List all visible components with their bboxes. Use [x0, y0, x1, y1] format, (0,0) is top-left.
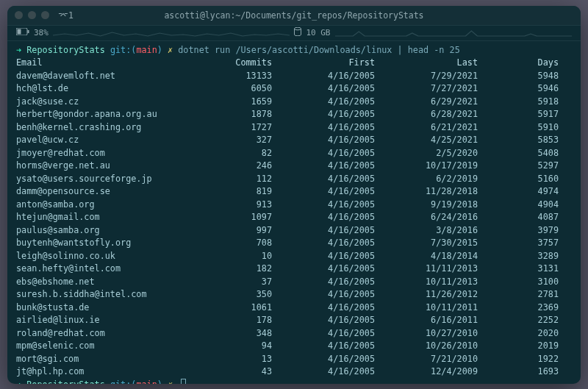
- table-row: airlied@linux.ie1784/16/20056/16/2011225…: [16, 314, 572, 327]
- table-row: suresh.b.siddha@intel.com3504/16/200511/…: [16, 288, 572, 301]
- cell-last: 10/26/2010: [375, 340, 478, 353]
- cell-email: bunk@stusta.de: [16, 301, 191, 315]
- cell-commits: 246: [191, 160, 272, 173]
- cell-days: 3289: [478, 250, 559, 263]
- git-close: ): [157, 45, 162, 55]
- cell-first: 4/16/2005: [272, 353, 375, 366]
- cell-first: 4/16/2005: [272, 211, 375, 224]
- table-row: mpm@selenic.com944/16/200510/26/20102019: [16, 340, 572, 353]
- cell-first: 4/16/2005: [272, 288, 375, 301]
- header-first: First: [272, 57, 375, 70]
- cell-email: leigh@solinno.co.uk: [16, 250, 191, 263]
- cell-first: 4/16/2005: [272, 199, 375, 212]
- table-row: anton@samba.org9134/16/20059/19/20184904: [16, 199, 572, 212]
- cell-commits: 13: [191, 353, 272, 366]
- table-row: mort@sgi.com134/16/20057/21/20101922: [16, 353, 572, 366]
- cell-email: mort@sgi.com: [16, 353, 191, 366]
- cell-last: 7/30/2015: [375, 237, 478, 250]
- close-icon[interactable]: [15, 11, 23, 19]
- cell-commits: 819: [191, 185, 272, 199]
- cell-last: 12/4/2009: [375, 365, 478, 379]
- table-row: herbert@gondor.apana.org.au18784/16/2005…: [16, 108, 572, 121]
- table-row: jt@hpl.hp.com434/16/200512/4/20091693: [16, 365, 572, 379]
- table-row: damm@opensource.se8194/16/200511/28/2018…: [16, 185, 572, 199]
- minimize-icon[interactable]: [28, 11, 36, 19]
- table-row: ysato@users.sourceforge.jp1124/16/20056/…: [16, 173, 572, 186]
- cell-commits: 182: [191, 263, 272, 276]
- cell-first: 4/16/2005: [272, 121, 375, 135]
- cell-commits: 913: [191, 199, 272, 212]
- cell-email: ysato@users.sourceforge.jp: [16, 173, 191, 186]
- dirty-icon: ✗: [168, 45, 173, 55]
- cell-email: herbert@gondor.apana.org.au: [16, 108, 191, 121]
- cell-last: 11/11/2013: [375, 263, 478, 276]
- table-row: sean.hefty@intel.com1824/16/200511/11/20…: [16, 263, 572, 276]
- cell-days: 2019: [478, 340, 559, 353]
- cell-days: 5853: [478, 134, 559, 147]
- svg-rect-2: [28, 30, 29, 33]
- cell-first: 4/16/2005: [272, 237, 375, 250]
- table-row: roland@redhat.com3484/16/200510/27/20102…: [16, 327, 572, 340]
- cell-commits: 37: [191, 276, 272, 289]
- cell-email: benh@kernel.crashing.org: [16, 121, 191, 135]
- cell-last: 2/5/2020: [375, 147, 478, 160]
- cell-email: ebs@ebshome.net: [16, 276, 191, 289]
- cell-email: buytenh@wantstofly.org: [16, 237, 191, 250]
- table-row: horms@verge.net.au2464/16/200510/17/2019…: [16, 160, 572, 173]
- cell-first: 4/16/2005: [272, 134, 375, 147]
- cell-first: 4/16/2005: [272, 108, 375, 121]
- cell-first: 4/16/2005: [272, 276, 375, 289]
- header-days: Days: [478, 57, 559, 70]
- cell-last: 10/11/2011: [375, 301, 478, 315]
- cell-first: 4/16/2005: [272, 185, 375, 199]
- cell-days: 2781: [478, 288, 559, 301]
- prompt-line-2: ➜ RepositoryStats git:(main) ✗: [16, 379, 572, 384]
- cell-email: horms@verge.net.au: [16, 160, 191, 173]
- terminal-content[interactable]: ➜ RepositoryStats git:(main) ✗ dotnet ru…: [7, 41, 581, 384]
- cell-email: airlied@linux.ie: [16, 314, 191, 327]
- cell-commits: 112: [191, 173, 272, 186]
- cell-days: 4904: [478, 199, 559, 212]
- cell-email: htejun@gmail.com: [16, 211, 191, 224]
- tab-indicator: ⌤1: [58, 10, 74, 21]
- cell-days: 1922: [478, 353, 559, 366]
- cell-last: 6/28/2021: [375, 108, 478, 121]
- prompt-dir: RepositoryStats: [26, 45, 105, 55]
- cell-commits: 1878: [191, 108, 272, 121]
- disk-icon: [294, 27, 301, 38]
- cell-first: 4/16/2005: [272, 160, 375, 173]
- zoom-icon[interactable]: [41, 11, 49, 19]
- cell-days: 1693: [478, 365, 559, 379]
- cell-commits: 6050: [191, 82, 272, 96]
- table-header: Email Commits First Last Days: [16, 57, 572, 70]
- cell-email: pavel@ucw.cz: [16, 134, 191, 147]
- cpu-sparkline: [53, 29, 290, 38]
- cell-days: 5408: [478, 147, 559, 160]
- cell-days: 3131: [478, 263, 559, 276]
- cell-last: 7/21/2010: [375, 353, 478, 366]
- window-title: ascotti@lycan:~/Documents/git_repos/Repo…: [7, 10, 581, 21]
- header-last: Last: [375, 57, 478, 70]
- cell-email: paulus@samba.org: [16, 224, 191, 238]
- cell-days: 4087: [478, 211, 559, 224]
- cell-last: 7/29/2021: [375, 70, 478, 83]
- cell-days: 3757: [478, 237, 559, 250]
- cell-days: 5160: [478, 173, 559, 186]
- cell-commits: 350: [191, 288, 272, 301]
- table-row: leigh@solinno.co.uk104/16/20054/18/20143…: [16, 250, 572, 263]
- battery-icon: [16, 28, 29, 38]
- cell-first: 4/16/2005: [272, 365, 375, 379]
- cursor-icon[interactable]: [181, 379, 186, 384]
- cell-first: 4/16/2005: [272, 173, 375, 186]
- cell-email: davem@davemloft.net: [16, 70, 191, 83]
- cell-days: 5946: [478, 82, 559, 96]
- cell-days: 5917: [478, 108, 559, 121]
- cell-last: 3/8/2016: [375, 224, 478, 238]
- table-row: davem@davemloft.net131334/16/20057/29/20…: [16, 70, 572, 83]
- traffic-lights[interactable]: [15, 11, 49, 19]
- cell-email: jmoyer@redhat.com: [16, 147, 191, 160]
- cell-commits: 43: [191, 365, 272, 379]
- cell-last: 10/27/2010: [375, 327, 478, 340]
- titlebar: ⌤1 ascotti@lycan:~/Documents/git_repos/R…: [7, 6, 581, 25]
- cell-last: 4/18/2014: [375, 250, 478, 263]
